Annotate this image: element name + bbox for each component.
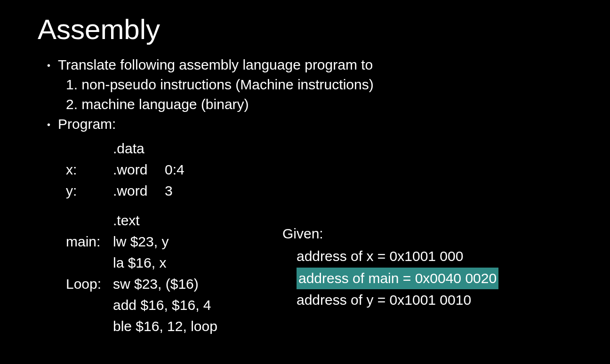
bullet-2: • Program: (47, 114, 572, 134)
code-main-instr1: lw $23, y (113, 231, 169, 252)
code-label-empty (66, 252, 113, 273)
bullet-1: • Translate following assembly language … (47, 55, 572, 75)
code-loop-instr1: sw $23, ($16) (113, 273, 199, 294)
code-label-loop: Loop: (66, 273, 113, 294)
code-label-y: y: (66, 180, 113, 201)
bullet-1-text: Translate following assembly language pr… (58, 55, 373, 75)
code-data-directive: .data (113, 138, 144, 159)
code-text-directive: .text (113, 210, 140, 231)
code-loop-instr2: add $16, $16, 4 (113, 294, 211, 316)
given-addr-y: address of y = 0x1001 0010 (297, 289, 498, 311)
code-label-empty (66, 294, 113, 316)
code-y-args: 3 (165, 180, 193, 201)
code-label-empty (66, 316, 113, 337)
bullet-icon: • (47, 59, 50, 72)
given-addr-main-row: address of main = 0x0040 0020 (297, 268, 498, 290)
given-addr-x: address of x = 0x1001 000 (297, 245, 498, 268)
given-block: Given: address of x = 0x1001 000 address… (282, 226, 498, 311)
code-label-main: main: (66, 231, 113, 252)
code-x-args: 0:4 (165, 159, 193, 180)
sub-item-1: 1. non-pseudo instructions (Machine inst… (66, 75, 572, 95)
code-label-empty (66, 210, 113, 231)
sub-item-2: 2. machine language (binary) (66, 95, 572, 114)
bullet-icon: • (47, 118, 50, 131)
code-label-x: x: (66, 159, 113, 180)
code-label-empty (66, 138, 113, 159)
code-x-directive: .word (113, 159, 165, 180)
slide-title: Assembly (38, 13, 572, 46)
code-y-directive: .word (113, 180, 165, 201)
given-title: Given: (282, 226, 498, 242)
given-addr-main-highlight: address of main = 0x0040 0020 (297, 268, 498, 290)
bullet-2-text: Program: (58, 114, 116, 134)
code-loop-instr3: ble $16, 12, loop (113, 316, 217, 337)
code-main-instr2: la $16, x (113, 252, 166, 273)
